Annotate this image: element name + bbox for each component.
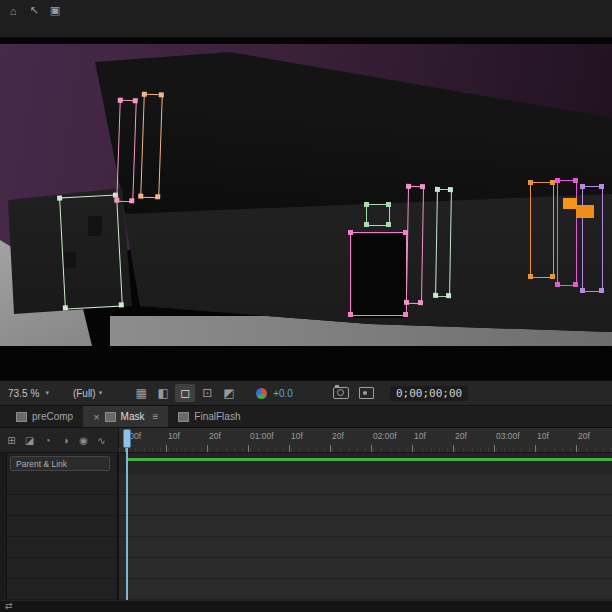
composition-mini-flowchart-icon[interactable]: ⊞	[3, 432, 20, 448]
toggle-switches-icon[interactable]: ⇄	[5, 602, 13, 611]
mask-vertex[interactable]	[528, 274, 533, 279]
mask-vertex[interactable]	[580, 184, 585, 189]
magnification-unit: %	[30, 388, 39, 399]
ruler-minor-ticks	[119, 448, 612, 452]
mask-vertex[interactable]	[364, 222, 369, 227]
mask-vertex[interactable]	[155, 194, 160, 199]
mask-vertex[interactable]	[433, 293, 438, 298]
mask-path[interactable]	[116, 100, 137, 203]
mask-vertex[interactable]	[386, 202, 391, 207]
mask-vertex[interactable]	[386, 222, 391, 227]
composition-toolbar: 73.5 % ▾ (Full) ▾ ▦◧◻⊡◩ +0.0 0;00;00;00	[0, 380, 612, 406]
parent-link-column-header[interactable]: Parent & Link	[10, 456, 110, 471]
mask-vertex[interactable]	[57, 195, 62, 200]
mask-vertex[interactable]	[142, 92, 147, 97]
choose-grid-guide-options-icon[interactable]: ▦	[131, 384, 151, 402]
graph-editor-icon[interactable]: ∿	[93, 432, 110, 448]
mask-vertex[interactable]	[119, 302, 124, 307]
mask-vertex[interactable]	[435, 187, 440, 192]
snapshot-camera-icon[interactable]	[333, 387, 349, 399]
home-icon[interactable]: ⌂	[4, 3, 22, 18]
playhead-line	[126, 448, 128, 600]
mask-path[interactable]	[140, 94, 163, 199]
mask-path[interactable]	[582, 186, 603, 292]
mask-vertex[interactable]	[348, 312, 353, 317]
mask-vertex[interactable]	[118, 98, 123, 103]
chevron-down-icon: ▾	[45, 389, 49, 397]
frame-blending-icon[interactable]: ◑	[57, 432, 74, 448]
tick-mark	[576, 445, 577, 452]
mask-vertex[interactable]	[599, 288, 604, 293]
toggle-mask-path-visibility-icon[interactable]: ◻	[175, 384, 195, 402]
region-of-interest-icon[interactable]: ⊡	[197, 384, 217, 402]
tab-mask[interactable]: ×Mask≡	[83, 406, 168, 427]
app-toolbar: ⌂↖▣	[0, 0, 612, 38]
mask-vertex[interactable]	[159, 92, 164, 97]
panel-menu-icon[interactable]: ≡	[152, 411, 158, 422]
tab-label: FinalFlash	[194, 411, 240, 422]
mask-vertex[interactable]	[138, 194, 143, 199]
timeline-track-row	[119, 558, 612, 579]
layer-row	[7, 516, 118, 537]
composition-viewport[interactable]	[0, 38, 612, 380]
mask-path[interactable]	[530, 182, 554, 278]
mask-vertex[interactable]	[418, 300, 423, 305]
mask-vertex[interactable]	[364, 202, 369, 207]
mask-vertex[interactable]	[448, 187, 453, 192]
exposure-value[interactable]: +0.0	[273, 388, 293, 399]
mask-vertex[interactable]	[555, 282, 560, 287]
view-options-group: ▦◧◻⊡◩	[130, 384, 240, 402]
resolution-dropdown[interactable]: (Full) ▾	[73, 388, 102, 399]
color-management-icon[interactable]	[256, 388, 267, 399]
mask-fill[interactable]	[563, 198, 577, 209]
fast-previews-icon[interactable]: ◩	[219, 384, 239, 402]
tick-mark	[412, 445, 413, 452]
mask-vertex[interactable]	[63, 305, 68, 310]
mask-vertex[interactable]	[404, 300, 409, 305]
time-ruler[interactable]: :00f10f20f01:00f10f20f02:00f10f20f03:00f…	[118, 428, 612, 453]
close-tab-icon[interactable]: ×	[93, 411, 99, 423]
mask-vertex[interactable]	[555, 178, 560, 183]
mask-path[interactable]	[557, 180, 577, 286]
chevron-down-icon: ▾	[99, 389, 103, 397]
tick-mark	[494, 445, 495, 452]
mask-vertex[interactable]	[129, 198, 134, 203]
playhead[interactable]	[123, 429, 131, 448]
mask-vertex[interactable]	[348, 230, 353, 235]
tab-finalflash[interactable]: FinalFlash	[168, 406, 250, 427]
magnification-dropdown[interactable]: 73.5 % ▾	[8, 388, 49, 399]
mask-vertex[interactable]	[133, 98, 138, 103]
mask-path[interactable]	[350, 232, 407, 316]
mask-vertex[interactable]	[550, 274, 555, 279]
hide-shy-layers-icon[interactable]: ◔	[39, 432, 56, 448]
mask-vertex[interactable]	[420, 184, 425, 189]
mask-vertex[interactable]	[580, 288, 585, 293]
tick-label: 10f	[291, 431, 303, 441]
mask-path[interactable]	[406, 186, 424, 304]
tab-precomp[interactable]: preComp	[6, 406, 83, 427]
toggle-transparency-grid-icon[interactable]: ◧	[153, 384, 173, 402]
mask-fill[interactable]	[576, 205, 594, 218]
mask-vertex[interactable]	[599, 184, 604, 189]
show-snapshot-icon[interactable]	[359, 387, 374, 399]
mask-vertex[interactable]	[114, 198, 119, 203]
timeline-track-row	[119, 537, 612, 558]
mask-path[interactable]	[435, 189, 452, 297]
mask-vertex[interactable]	[528, 180, 533, 185]
timeline-track-row	[119, 495, 612, 516]
mask-path[interactable]	[366, 204, 390, 226]
motion-blur-icon[interactable]: ◉	[75, 432, 92, 448]
mask-vertex[interactable]	[573, 178, 578, 183]
workspace-panel-icon[interactable]: ▣	[46, 3, 64, 18]
mask-vertex[interactable]	[406, 184, 411, 189]
draft-3d-icon[interactable]: ◪	[21, 432, 38, 448]
mask-path[interactable]	[59, 195, 123, 310]
track-area[interactable]	[118, 453, 612, 600]
after-effects-window: ⌂↖▣ 73.5 % ▾ (Full) ▾ ▦◧◻⊡◩ +0.0 0;00;00…	[0, 0, 612, 612]
mask-vertex[interactable]	[573, 282, 578, 287]
mask-vertex[interactable]	[446, 293, 451, 298]
current-time-display[interactable]: 0;00;00;00	[390, 386, 468, 401]
selection-tool-icon[interactable]: ↖	[25, 3, 43, 18]
mask-vertex[interactable]	[403, 312, 408, 317]
layer-row	[7, 495, 118, 516]
